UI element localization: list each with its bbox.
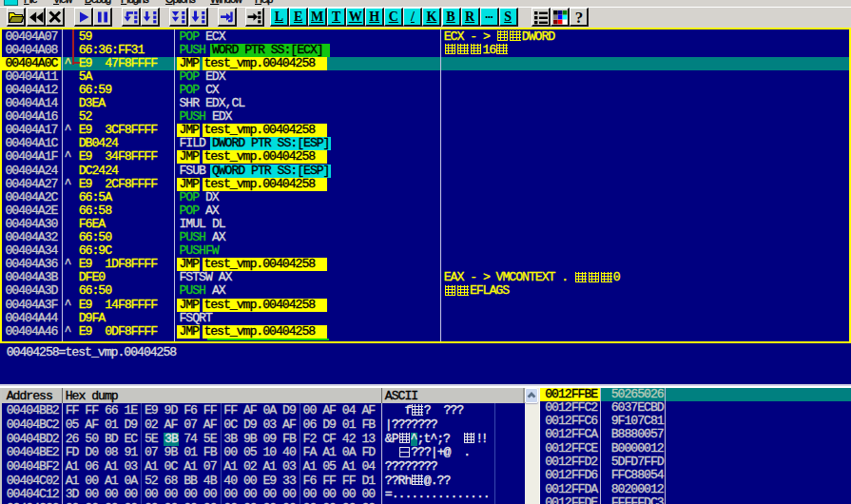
svg-text:?: ?	[574, 9, 583, 26]
